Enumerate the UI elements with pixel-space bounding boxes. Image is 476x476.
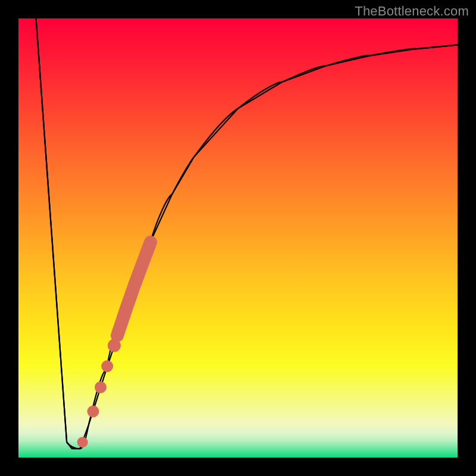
watermark-text: TheBottleneck.com <box>355 4 469 19</box>
marker-dot <box>95 381 107 393</box>
marker-dot <box>87 406 99 418</box>
marker-dot <box>108 339 121 352</box>
chart-svg <box>18 18 458 458</box>
plot-area <box>18 18 458 458</box>
marker-dot <box>77 437 88 447</box>
marker-dot <box>101 361 113 372</box>
chart-frame: TheBottleneck.com <box>0 0 476 476</box>
marker-band <box>117 242 151 336</box>
